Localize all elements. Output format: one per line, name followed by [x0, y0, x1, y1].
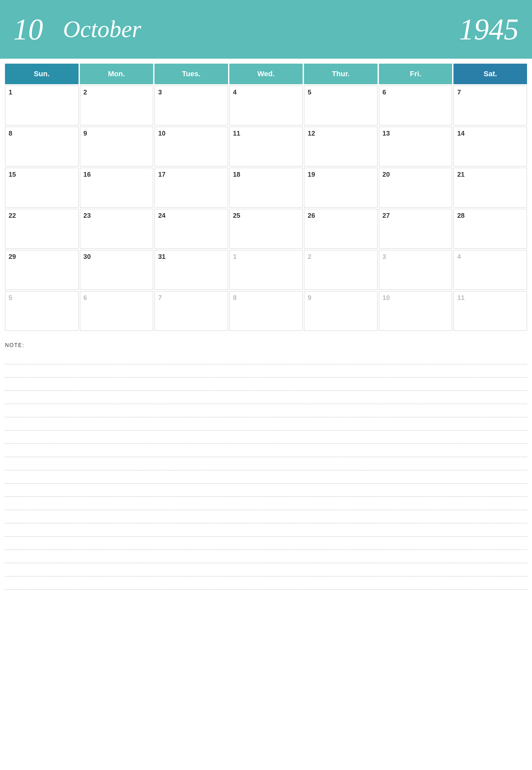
calendar-day-cell: 17	[154, 168, 228, 207]
note-line	[5, 457, 527, 470]
note-line	[5, 364, 527, 378]
calendar-day-cell: 25	[229, 209, 303, 249]
calendar-day-cell: 4	[229, 86, 303, 125]
calendar-day-cell: 10	[154, 127, 228, 166]
day-header-wed: Wed.	[229, 64, 303, 84]
calendar-day-cell: 10	[379, 291, 452, 331]
note-line	[5, 576, 527, 590]
calendar-day-cell: 9	[304, 291, 378, 331]
day-header-fri: Fri.	[379, 64, 452, 84]
calendar-day-cell: 6	[379, 86, 452, 125]
calendar-container: Sun.Mon.Tues.Wed.Thur.Fri.Sat. 123456789…	[0, 59, 532, 336]
calendar-day-cell: 5	[5, 291, 79, 331]
calendar-day-cell: 20	[379, 168, 452, 207]
note-line	[5, 523, 527, 537]
notes-label: NOTE:	[5, 342, 527, 348]
calendar-day-cell: 8	[229, 291, 303, 331]
calendar-day-cell: 16	[80, 168, 153, 207]
calendar-day-cell: 31	[154, 250, 228, 290]
calendar-day-cell: 29	[5, 250, 79, 290]
calendar-day-cell: 4	[453, 250, 527, 290]
day-header-sat: Sat.	[453, 64, 527, 84]
note-line	[5, 431, 527, 444]
notes-section: NOTE:	[0, 336, 532, 596]
calendar-day-cell: 30	[80, 250, 153, 290]
calendar-day-cell: 19	[304, 168, 378, 207]
calendar-day-cell: 15	[5, 168, 79, 207]
calendar-day-cell: 23	[80, 209, 153, 249]
calendar-day-cell: 28	[453, 209, 527, 249]
calendar-day-cell: 22	[5, 209, 79, 249]
day-headers: Sun.Mon.Tues.Wed.Thur.Fri.Sat.	[5, 64, 527, 84]
day-header-tues: Tues.	[154, 64, 228, 84]
calendar-day-cell: 9	[80, 127, 153, 166]
calendar-day-cell: 11	[453, 291, 527, 331]
note-line	[5, 497, 527, 510]
calendar-day-cell: 6	[80, 291, 153, 331]
note-line	[5, 550, 527, 563]
note-line	[5, 537, 527, 550]
calendar-day-cell: 24	[154, 209, 228, 249]
note-line	[5, 484, 527, 497]
note-line	[5, 444, 527, 457]
day-header-mon: Mon.	[80, 64, 153, 84]
note-line	[5, 404, 527, 417]
calendar-grid: 1234567891011121314151617181920212223242…	[5, 86, 527, 331]
calendar-day-cell: 26	[304, 209, 378, 249]
calendar-day-cell: 2	[80, 86, 153, 125]
calendar-day-cell: 14	[453, 127, 527, 166]
note-line	[5, 417, 527, 431]
note-line	[5, 563, 527, 576]
note-line	[5, 391, 527, 404]
month-number: 10	[13, 12, 43, 46]
calendar-header: 10 October 1945	[0, 0, 532, 59]
calendar-day-cell: 3	[379, 250, 452, 290]
month-name: October	[63, 16, 459, 43]
note-line	[5, 378, 527, 391]
calendar-day-cell: 18	[229, 168, 303, 207]
day-header-thur: Thur.	[304, 64, 378, 84]
calendar-day-cell: 7	[154, 291, 228, 331]
calendar-day-cell: 8	[5, 127, 79, 166]
calendar-day-cell: 7	[453, 86, 527, 125]
note-line	[5, 470, 527, 484]
calendar-day-cell: 5	[304, 86, 378, 125]
calendar-day-cell: 1	[5, 86, 79, 125]
day-header-sun: Sun.	[5, 64, 79, 84]
note-line	[5, 510, 527, 523]
calendar-day-cell: 2	[304, 250, 378, 290]
note-line	[5, 351, 527, 364]
calendar-day-cell: 3	[154, 86, 228, 125]
calendar-day-cell: 11	[229, 127, 303, 166]
calendar-day-cell: 13	[379, 127, 452, 166]
calendar-day-cell: 12	[304, 127, 378, 166]
calendar-day-cell: 1	[229, 250, 303, 290]
calendar-day-cell: 27	[379, 209, 452, 249]
year: 1945	[459, 12, 519, 46]
calendar-day-cell: 21	[453, 168, 527, 207]
